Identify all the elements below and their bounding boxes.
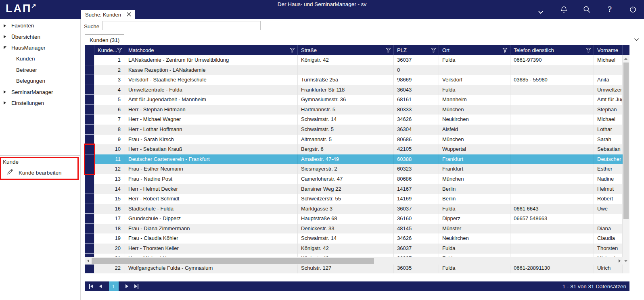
cell-strasse[interactable]: Schwalmstr. 14 bbox=[298, 233, 394, 244]
cell-nr[interactable]: 5 bbox=[94, 95, 125, 105]
cell-vorname[interactable]: Uwe bbox=[594, 204, 623, 214]
cell-vorname[interactable]: Helmut bbox=[594, 184, 623, 194]
filter-funnel-icon[interactable] bbox=[431, 48, 436, 53]
row-selector-cell[interactable] bbox=[85, 164, 94, 174]
cell-nr[interactable]: 1 bbox=[94, 55, 125, 65]
cell-vorname[interactable]: Stephan bbox=[594, 105, 623, 115]
cell-ort[interactable]: Fulda bbox=[439, 244, 510, 254]
previous-page-button[interactable] bbox=[99, 284, 102, 288]
row-selector-cell[interactable] bbox=[85, 65, 94, 75]
cell-matchcode[interactable]: Frau - Nadine Post bbox=[125, 174, 298, 184]
cell-strasse[interactable] bbox=[298, 65, 394, 75]
table-row[interactable]: 11Deutscher Gartenverein - FrankfurtAmal… bbox=[85, 154, 629, 165]
sidebar-item-einstellungen[interactable]: Einstellungen bbox=[0, 98, 80, 108]
cell-matchcode[interactable]: Stadtschule - Fulda bbox=[125, 204, 298, 214]
horizontal-scrollbar[interactable] bbox=[85, 257, 623, 265]
cell-matchcode[interactable]: Herr - Sebastian Krauß bbox=[125, 144, 298, 154]
cell-telefon[interactable] bbox=[510, 115, 594, 125]
cell-plz[interactable]: 36037 bbox=[394, 204, 439, 214]
table-row[interactable]: 5Amt für Jugendarbeit - MannheimGymnasiu… bbox=[85, 95, 629, 105]
cell-strasse[interactable]: Hartmannstr. 5 bbox=[298, 105, 394, 115]
scroll-down-icon[interactable] bbox=[624, 260, 627, 262]
cell-vorname[interactable]: Ulrich bbox=[594, 263, 623, 273]
cell-strasse[interactable]: Siesmayerstr. 2 bbox=[298, 164, 394, 174]
row-selector-cell[interactable] bbox=[85, 75, 94, 85]
cell-plz[interactable]: 68161 bbox=[394, 95, 439, 105]
cell-strasse[interactable]: Hauptstraße 68 bbox=[298, 214, 394, 224]
cell-strasse[interactable]: Amaliestr. 47-49 bbox=[298, 154, 394, 165]
cell-telefon[interactable]: 0661 6643 bbox=[510, 204, 594, 214]
cell-matchcode[interactable]: Umweltzentrale - Fulda bbox=[125, 85, 298, 95]
cell-strasse[interactable]: Bansiner Weg 22 bbox=[298, 184, 394, 194]
search-icon[interactable] bbox=[582, 4, 592, 14]
table-row[interactable]: 17Grundschule - DipperzHauptstraße 68361… bbox=[85, 214, 629, 224]
row-selector-cell[interactable] bbox=[85, 105, 94, 115]
row-selector-cell[interactable] bbox=[85, 95, 94, 105]
table-row[interactable]: 16Stadtschule - FuldaMarktgasse 336037Fu… bbox=[85, 204, 629, 214]
cell-ort[interactable]: Fulda bbox=[439, 85, 510, 95]
cell-vorname[interactable]: Anita bbox=[594, 75, 623, 85]
cell-nr[interactable]: 13 bbox=[94, 174, 125, 184]
table-row[interactable]: 19Frau - Claudia KöhlerSchwalmstr. 14346… bbox=[85, 233, 629, 244]
scroll-up-icon[interactable] bbox=[624, 58, 627, 60]
chevron-down-icon[interactable] bbox=[536, 7, 546, 17]
cell-strasse[interactable]: Königstr. 42 bbox=[298, 55, 394, 65]
cell-plz[interactable]: 14167 bbox=[394, 184, 439, 194]
cell-strasse[interactable]: Frankfurter Str 118 bbox=[298, 85, 394, 95]
cell-telefon[interactable] bbox=[510, 95, 594, 105]
cell-plz[interactable]: 36037 bbox=[394, 244, 439, 254]
cell-plz[interactable]: 80686 bbox=[394, 174, 439, 184]
row-selector-cell[interactable] bbox=[85, 115, 94, 125]
cell-vorname[interactable]: Robert bbox=[594, 194, 623, 204]
cell-telefon[interactable] bbox=[510, 194, 594, 204]
cell-matchcode[interactable]: Amt für Jugendarbeit - Mannheim bbox=[125, 95, 298, 105]
row-selector-cell[interactable] bbox=[85, 194, 94, 204]
cell-telefon[interactable] bbox=[510, 184, 594, 194]
sidebar-item-belegungen[interactable]: Belegungen bbox=[0, 75, 80, 86]
table-row[interactable]: 10Herr - Sebastian KraußBergstr. 642105W… bbox=[85, 144, 629, 154]
cell-strasse[interactable]: Schulstr. 127 bbox=[298, 263, 394, 273]
row-selector-cell[interactable] bbox=[85, 204, 94, 214]
table-row[interactable]: 14Herr - Helmut DeckerBansiner Weg 22141… bbox=[85, 184, 629, 194]
row-selector-cell[interactable] bbox=[85, 244, 94, 254]
column-header-plz[interactable]: PLZ bbox=[394, 45, 439, 55]
cell-nr[interactable]: 12 bbox=[94, 164, 125, 174]
cell-plz[interactable]: 98669 bbox=[394, 75, 439, 85]
tree-collapsed-icon[interactable] bbox=[4, 101, 6, 104]
scroll-left-icon[interactable] bbox=[87, 259, 89, 262]
panel-chevron-down-icon[interactable] bbox=[634, 35, 639, 43]
column-header-ort[interactable]: Ort bbox=[439, 45, 510, 55]
column-header-kunde-[interactable]: Kunde... bbox=[94, 45, 125, 55]
cell-telefon[interactable] bbox=[510, 174, 594, 184]
cell-strasse[interactable]: Schweitzerstr. 55 bbox=[298, 194, 394, 204]
cell-strasse[interactable]: Gymnasiumsstr. 36 bbox=[298, 95, 394, 105]
cell-plz[interactable]: 0 bbox=[394, 65, 439, 75]
sidebar-item-betreuer[interactable]: Betreuer bbox=[0, 65, 80, 75]
cell-vorname[interactable]: Claudia bbox=[594, 233, 623, 244]
filter-funnel-icon[interactable] bbox=[502, 48, 508, 53]
row-selector-cell[interactable] bbox=[85, 85, 94, 95]
cell-ort[interactable]: Berlin bbox=[439, 184, 510, 194]
cell-telefon[interactable]: 03685 - 55980 bbox=[510, 75, 594, 85]
cell-telefon[interactable] bbox=[510, 144, 594, 154]
cell-nr[interactable]: 10 bbox=[94, 144, 125, 154]
table-row[interactable]: 4Umweltzentrale - FuldaFrankfurter Str 1… bbox=[85, 85, 629, 95]
column-header-telefon-dienstlich[interactable]: Telefon dienstlich bbox=[510, 45, 594, 55]
cell-vorname[interactable]: Diana bbox=[594, 224, 623, 234]
vertical-scroll-down-box[interactable] bbox=[623, 257, 629, 265]
cell-matchcode[interactable]: LANakademie - Zentrum für Umweltbildung bbox=[125, 55, 298, 65]
cell-nr[interactable]: 18 bbox=[94, 224, 125, 234]
cell-vorname[interactable]: Lothar bbox=[594, 125, 623, 135]
row-selector-cell[interactable] bbox=[85, 224, 94, 234]
cell-ort[interactable]: München bbox=[439, 135, 510, 145]
cell-telefon[interactable] bbox=[510, 154, 594, 165]
cell-vorname[interactable]: Thorsten bbox=[594, 244, 623, 254]
column-header-vorname[interactable]: Vorname bbox=[594, 45, 623, 55]
row-selector-cell[interactable] bbox=[85, 174, 94, 184]
cell-nr[interactable]: 2 bbox=[94, 65, 125, 75]
sidebar-item-hausmanager[interactable]: HausManager bbox=[0, 42, 80, 53]
cell-ort[interactable]: Dipperz bbox=[439, 214, 510, 224]
cell-plz[interactable]: 14169 bbox=[394, 194, 439, 204]
kunde-bearbeiten-button[interactable]: Kunde bearbeiten bbox=[6, 168, 62, 177]
cell-plz[interactable]: 34626 bbox=[394, 115, 439, 125]
